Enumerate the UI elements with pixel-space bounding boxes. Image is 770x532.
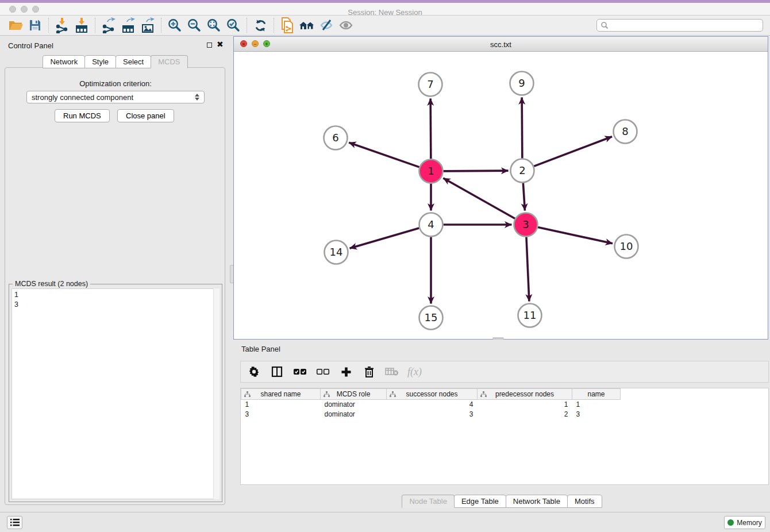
table-cell[interactable]: 3 [241, 410, 321, 419]
deselect-all-icon[interactable] [315, 364, 330, 379]
table-cell[interactable]: 1 [572, 400, 621, 410]
list-icon [10, 519, 20, 526]
graph-edge-3-10[interactable] [538, 228, 613, 244]
table-settings-icon[interactable] [247, 364, 261, 379]
save-session-icon[interactable] [25, 17, 45, 34]
select-all-icon[interactable] [292, 364, 307, 379]
refresh-layout-icon[interactable] [251, 17, 270, 34]
criterion-value: strongly connected component [32, 93, 195, 102]
graph-edge-2-8[interactable] [534, 137, 612, 167]
table-cell[interactable]: dominator [321, 410, 387, 419]
graph-node-label-14: 14 [330, 246, 343, 258]
search-input[interactable] [609, 21, 759, 29]
export-network-icon[interactable] [99, 17, 118, 34]
control-panel-tabs: Network Style Select MCDS [0, 55, 230, 68]
col-mcds-role[interactable]: MCDS role [321, 389, 387, 400]
graph-node-label-6: 6 [332, 132, 338, 144]
col-name[interactable]: name [572, 389, 621, 400]
graph-edge-3-11[interactable] [526, 237, 529, 301]
main-toolbar [0, 16, 770, 36]
col-predecessor-nodes[interactable]: predecessor nodes [478, 389, 572, 400]
graph-node-label-1: 1 [428, 165, 434, 177]
criterion-select[interactable]: strongly connected component [26, 91, 205, 103]
graph-node-label-4: 4 [428, 218, 434, 230]
toolbar-separator [274, 18, 274, 33]
graph-edge-2-3[interactable] [523, 183, 525, 210]
graph-node-label-3: 3 [522, 218, 529, 230]
import-table-icon[interactable] [72, 17, 91, 34]
zoom-out-icon[interactable] [184, 17, 204, 34]
graph-edge-2-9[interactable] [522, 97, 522, 158]
delete-table-icon [384, 364, 399, 379]
graph-edge-1-6[interactable] [349, 142, 419, 167]
table-cell[interactable]: 4 [387, 400, 478, 410]
table-row[interactable]: 1dominator411 [241, 400, 621, 410]
tab-style[interactable]: Style [84, 55, 116, 68]
float-panel-icon[interactable] [207, 43, 212, 48]
graph-node-label-8: 8 [622, 125, 628, 137]
graph-node-label-9: 9 [518, 77, 525, 89]
graph-edge-1-2[interactable] [443, 171, 508, 171]
network-title: scc.txt [234, 40, 768, 49]
task-history-button[interactable] [7, 516, 22, 529]
search-icon [600, 21, 609, 29]
network-canvas[interactable]: 7968124314101511 [234, 52, 768, 339]
node-table-grid[interactable]: shared name MCDS role successor nodes pr… [241, 388, 621, 419]
delete-column-icon[interactable] [361, 364, 376, 379]
canvas-hscroll-thumb[interactable] [492, 337, 504, 340]
tab-motifs[interactable]: Motifs [567, 495, 602, 508]
table-toolbar: f(x) [240, 361, 769, 383]
show-all-networks-icon[interactable] [297, 17, 317, 34]
close-panel-button[interactable]: Close panel [117, 109, 174, 122]
run-mcds-button[interactable]: Run MCDS [55, 109, 110, 122]
tab-mcds[interactable]: MCDS [151, 55, 187, 68]
table-row[interactable]: 3dominator323 [241, 410, 621, 419]
network-window-titlebar[interactable]: × − + scc.txt [234, 37, 768, 52]
close-panel-icon[interactable]: ✖ [217, 41, 224, 47]
table-cell[interactable]: 3 [387, 410, 478, 419]
memory-label: Memory [737, 519, 761, 527]
control-panel: Control Panel ✖ Network Style Select MCD… [0, 36, 230, 512]
tab-network[interactable]: Network [43, 55, 85, 68]
table-header-row: shared name MCDS role successor nodes pr… [241, 389, 621, 400]
graph-node-label-7: 7 [427, 78, 433, 90]
open-session-icon[interactable] [6, 17, 25, 34]
import-network-icon[interactable] [52, 17, 72, 34]
hide-selected-icon[interactable] [317, 17, 336, 34]
add-column-icon[interactable] [338, 364, 353, 379]
col-shared-name[interactable]: shared name [241, 389, 321, 400]
network-window: × − + scc.txt 7968124314101511 [233, 36, 768, 340]
table-cell[interactable]: 1 [478, 400, 572, 410]
zoom-fit-icon[interactable] [204, 17, 224, 34]
toolbar-separator [95, 18, 95, 33]
tab-edge-table[interactable]: Edge Table [454, 495, 506, 508]
search-box[interactable] [596, 19, 763, 32]
graph-edge-3-1[interactable] [443, 178, 515, 218]
zoom-in-icon[interactable] [165, 17, 184, 34]
table-cell[interactable]: 2 [478, 410, 572, 419]
tab-select[interactable]: Select [116, 55, 151, 68]
table-panel-title: Table Panel [241, 345, 280, 353]
mcds-result-scrollbar[interactable] [213, 288, 220, 499]
zoom-selected-icon[interactable] [224, 17, 243, 34]
clone-network-icon[interactable] [278, 17, 297, 34]
mcds-result-text[interactable]: 1 3 [11, 288, 220, 499]
mcds-result-group: MCDS result (2 nodes) 1 3 [9, 284, 222, 502]
table-cell[interactable]: 1 [241, 400, 321, 410]
function-builder-icon: f(x) [407, 366, 422, 378]
tab-network-table[interactable]: Network Table [506, 495, 568, 508]
table-cell[interactable]: dominator [321, 400, 387, 410]
titlebar[interactable]: Session: New Session [0, 3, 770, 16]
tab-node-table[interactable]: Node Table [402, 495, 455, 508]
table-tabs: Node Table Edge Table Network Table Moti… [233, 495, 770, 508]
memory-button[interactable]: Memory [724, 516, 765, 529]
col-successor-nodes[interactable]: successor nodes [387, 389, 478, 400]
control-panel-title: Control Panel [8, 41, 53, 50]
column-panel-icon[interactable] [270, 364, 284, 379]
export-table-icon[interactable] [118, 17, 138, 34]
optimization-criterion-label: Optimization criterion: [5, 79, 226, 88]
table-cell[interactable]: 3 [572, 410, 621, 419]
graph-edge-1-7[interactable] [430, 98, 431, 159]
export-image-icon[interactable] [138, 17, 157, 34]
graph-edge-4-14[interactable] [350, 228, 419, 248]
